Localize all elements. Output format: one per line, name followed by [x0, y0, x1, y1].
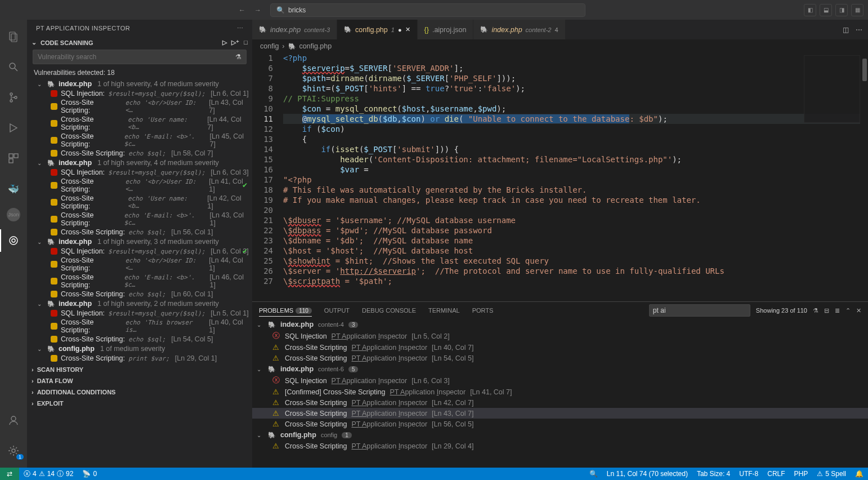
- command-center[interactable]: 🔍 bricks: [270, 3, 585, 17]
- file-node[interactable]: ⌄🐘index.php 1 of high severity, 4 of med…: [27, 79, 252, 89]
- problems-filter-input[interactable]: [649, 304, 750, 317]
- file-node[interactable]: ⌄🐘config.php 1 of medium severity: [27, 344, 252, 354]
- extensions-icon[interactable]: [0, 147, 27, 170]
- view-as-tree-icon[interactable]: ≣: [835, 307, 840, 314]
- breadcrumb-seg[interactable]: config: [260, 42, 279, 50]
- status-eol[interactable]: CRLF: [763, 470, 789, 478]
- docker-icon[interactable]: 🐳: [0, 177, 27, 200]
- file-node[interactable]: ⌄🐘index.php 1 of high severity, 2 of med…: [27, 299, 252, 309]
- toggle-panel-icon[interactable]: ⬓: [820, 4, 832, 16]
- breadcrumb-seg[interactable]: config.php: [299, 42, 332, 50]
- problem-row[interactable]: ⚠Cross-Site Scripting PT Application Ins…: [252, 419, 868, 429]
- panel-tab-debug-console[interactable]: DEBUG CONSOLE: [362, 305, 416, 316]
- toggle-secondary-sidebar-icon[interactable]: ◨: [835, 4, 848, 16]
- vuln-row[interactable]: Cross-Site Scripting: echo $sql; [Ln 54,…: [27, 335, 252, 344]
- source-control-icon[interactable]: [0, 86, 27, 109]
- split-editor-icon[interactable]: ◫: [843, 26, 849, 34]
- code-editor[interactable]: 1678910111213141516171819202122232425262…: [252, 53, 868, 301]
- problems-file-group[interactable]: ⌄🐘index.php content-4 3: [252, 319, 868, 330]
- problem-row[interactable]: ⚠Cross-Site Scripting PT Application Ins…: [252, 408, 868, 419]
- tab[interactable]: 🐘index.php content-3: [252, 20, 337, 39]
- vuln-row[interactable]: Cross-Site Scripting: echo 'User name: <…: [27, 115, 252, 132]
- vuln-search-box[interactable]: ⚗: [33, 50, 247, 64]
- json-icon[interactable]: Json: [7, 208, 20, 221]
- vuln-row[interactable]: Cross-Site Scripting: print $var; [Ln 29…: [27, 354, 252, 363]
- explorer-icon[interactable]: [0, 25, 27, 48]
- remote-button[interactable]: ⇄: [0, 468, 19, 480]
- back-icon[interactable]: ←: [236, 4, 248, 16]
- breadcrumb[interactable]: config › 🐘 config.php: [252, 39, 868, 53]
- section-scan-history[interactable]: ›SCAN HISTORY: [27, 364, 252, 375]
- problem-row[interactable]: ⚠Cross-Site Scripting PT Application Ins…: [252, 441, 868, 451]
- stop-icon[interactable]: □: [244, 39, 248, 46]
- vuln-row[interactable]: SQL Injection: $result=mysql_query($sql)…: [27, 89, 252, 98]
- editor-more-icon[interactable]: ⋯: [856, 26, 862, 34]
- section-exploit[interactable]: ›EXPLOIT: [27, 398, 252, 409]
- accounts-icon[interactable]: [0, 409, 27, 432]
- problem-row[interactable]: ⚠Cross-Site Scripting PT Application Ins…: [252, 397, 868, 408]
- status-tabsize[interactable]: Tab Size: 4: [692, 470, 735, 478]
- panel-tab-problems[interactable]: PROBLEMS110: [259, 305, 312, 317]
- toggle-primary-sidebar-icon[interactable]: ◧: [804, 4, 816, 16]
- status-cursor[interactable]: Ln 11, Col 74 (70 selected): [602, 470, 692, 478]
- vuln-row[interactable]: SQL Injection: $result=mysql_query($sql)…: [27, 247, 252, 256]
- problems-file-group[interactable]: ⌄🐘index.php content-6 5: [252, 363, 868, 375]
- more-icon[interactable]: ⋯: [237, 25, 244, 32]
- status-spell[interactable]: ⚠ 5 Spell: [812, 470, 851, 478]
- problem-row[interactable]: ⚠Cross-Site Scripting PT Application Ins…: [252, 353, 868, 363]
- severity-dot: [51, 323, 57, 330]
- minimap[interactable]: [804, 55, 860, 123]
- status-radio[interactable]: 📡0: [78, 470, 101, 478]
- tab[interactable]: {}.aiproj.json: [418, 20, 474, 39]
- file-node[interactable]: ⌄🐘index.php 1 of high severity, 3 of med…: [27, 237, 252, 247]
- panel-tab-terminal[interactable]: TERMINAL: [428, 305, 460, 316]
- run-debug-icon[interactable]: [0, 117, 27, 139]
- vuln-row[interactable]: Cross-Site Scripting: echo 'E-mail: <b>'…: [27, 132, 252, 149]
- play-all-icon[interactable]: ▷⁺: [231, 39, 239, 46]
- search-sidebar-icon[interactable]: [0, 56, 27, 78]
- forward-icon[interactable]: →: [252, 4, 263, 16]
- section-additional-conditions[interactable]: ›ADDITIONAL CONDITIONS: [27, 386, 252, 398]
- vuln-row[interactable]: Cross-Site Scripting: echo 'This browser…: [27, 318, 252, 335]
- panel-up-icon[interactable]: ⌃: [845, 307, 851, 314]
- filter-icon[interactable]: ⚗: [231, 53, 246, 61]
- tab[interactable]: 🐘config.php 1 ●✕: [337, 20, 417, 39]
- section-code-scanning[interactable]: ⌄ CODE SCANNING ▷ ▷⁺ □: [27, 38, 252, 47]
- vuln-row[interactable]: Cross-Site Scripting: echo 'E-mail: <b>'…: [27, 211, 252, 228]
- vuln-row[interactable]: Cross-Site Scripting: echo 'User name: <…: [27, 194, 252, 211]
- problems-file-group[interactable]: ⌄🐘config.php config 1: [252, 429, 868, 441]
- status-encoding[interactable]: UTF-8: [735, 470, 763, 478]
- panel-tab-output[interactable]: OUTPUT: [324, 305, 350, 316]
- section-data-flow[interactable]: ›DATA FLOW: [27, 375, 252, 386]
- close-icon[interactable]: ✕: [405, 26, 410, 33]
- status-problems[interactable]: ⓧ4 ⚠14 ⓘ92: [19, 469, 78, 479]
- pt-inspector-icon[interactable]: [0, 229, 27, 252]
- vuln-row[interactable]: Cross-Site Scripting: echo '<br/>User ID…: [27, 177, 252, 194]
- tab[interactable]: 🐘index.php content-24: [473, 20, 565, 39]
- vuln-row[interactable]: SQL Injection: $result=mysql_query($sql)…: [27, 168, 252, 177]
- problem-row[interactable]: ⓧSQL Injection PT Application Inspector …: [252, 330, 868, 342]
- status-zoom[interactable]: 🔍: [585, 470, 602, 478]
- collapse-all-icon[interactable]: ⊟: [824, 307, 829, 314]
- vuln-row[interactable]: SQL Injection: $result=mysql_query($sql)…: [27, 309, 252, 318]
- vuln-row[interactable]: Cross-Site Scripting: echo $sql; [Ln 58,…: [27, 149, 252, 158]
- file-node[interactable]: ⌄🐘index.php 1 of high severity, 4 of med…: [27, 158, 252, 168]
- customize-layout-icon[interactable]: ▦: [851, 4, 863, 16]
- close-panel-icon[interactable]: ✕: [856, 307, 861, 314]
- problem-row[interactable]: ⓧSQL Injection PT Application Inspector …: [252, 375, 868, 386]
- vuln-row[interactable]: Cross-Site Scripting: echo 'E-mail: <b>'…: [27, 273, 252, 290]
- vuln-row[interactable]: Cross-Site Scripting: echo $sql; [Ln 60,…: [27, 290, 252, 299]
- settings-icon[interactable]: 1: [0, 439, 27, 462]
- problem-row[interactable]: ⚠Cross-Site Scripting PT Application Ins…: [252, 342, 868, 353]
- vuln-row[interactable]: Cross-Site Scripting: echo $sql; [Ln 56,…: [27, 228, 252, 237]
- filter-icon[interactable]: ⚗: [813, 307, 818, 314]
- play-icon[interactable]: ▷: [222, 39, 227, 46]
- status-lang[interactable]: PHP: [790, 470, 813, 478]
- vuln-row[interactable]: Cross-Site Scripting: echo '<br/>User ID…: [27, 256, 252, 273]
- vuln-row[interactable]: Cross-Site Scripting: echo '<br/>User ID…: [27, 98, 252, 115]
- vertical-scrollbar[interactable]: [860, 53, 868, 301]
- problem-row[interactable]: ⚠[Confirmed] Cross-Site Scripting PT App…: [252, 386, 868, 397]
- panel-tab-ports[interactable]: PORTS: [472, 305, 494, 316]
- vuln-search-input[interactable]: [33, 53, 231, 61]
- status-bell-icon[interactable]: 🔔: [851, 470, 868, 478]
